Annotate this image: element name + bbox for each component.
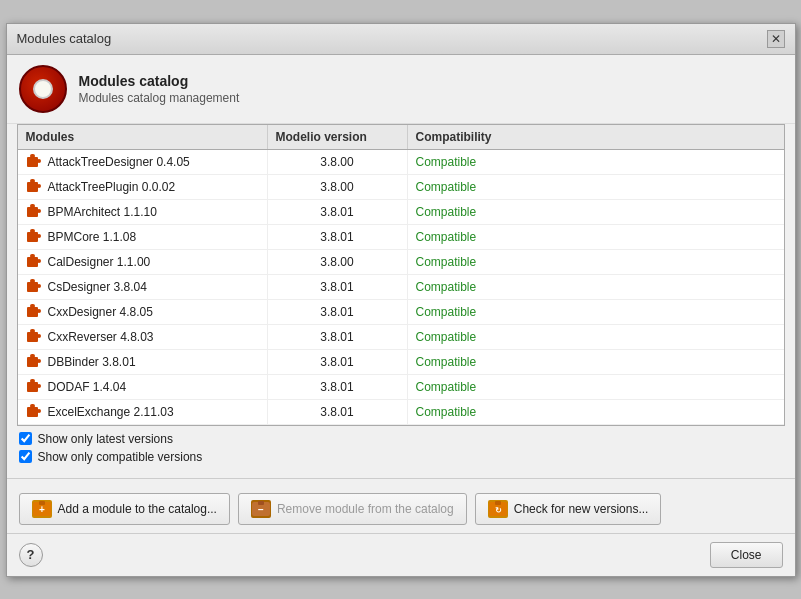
module-name: CalDesigner 1.1.00 xyxy=(48,255,151,269)
svg-rect-0 xyxy=(27,157,38,167)
svg-rect-8 xyxy=(27,207,38,217)
table-body[interactable]: AttackTreeDesigner 0.4.053.8.00Compatibl… xyxy=(18,150,784,425)
table-row[interactable]: AttackTreePlugin 0.0.023.8.00Compatible xyxy=(18,175,784,200)
svg-rect-13 xyxy=(30,229,35,233)
module-name: CsDesigner 3.8.04 xyxy=(48,280,147,294)
check-versions-icon: ↻ xyxy=(488,500,508,518)
table-row[interactable]: BPMCore 1.1.083.8.01Compatible xyxy=(18,225,784,250)
module-name-cell: CsDesigner 3.8.04 xyxy=(18,275,268,299)
help-button[interactable]: ? xyxy=(19,543,43,567)
module-name-cell: BPMArchitect 1.1.10 xyxy=(18,200,268,224)
svg-rect-2 xyxy=(37,159,41,163)
remove-module-icon: − xyxy=(251,500,271,518)
module-compatibility: Compatible xyxy=(408,175,784,199)
svg-rect-26 xyxy=(37,309,41,313)
module-name-cell: DBBinder 3.8.01 xyxy=(18,350,268,374)
table-row[interactable]: AttackTreeDesigner 0.4.053.8.00Compatibl… xyxy=(18,150,784,175)
add-module-label: Add a module to the catalog... xyxy=(58,502,217,516)
module-name: AttackTreePlugin 0.0.02 xyxy=(48,180,176,194)
header-title: Modules catalog xyxy=(79,73,240,89)
module-version: 3.8.01 xyxy=(268,325,408,349)
table-row[interactable]: BPMArchitect 1.1.103.8.01Compatible xyxy=(18,200,784,225)
module-name-cell: CalDesigner 1.1.00 xyxy=(18,250,268,274)
module-version: 3.8.01 xyxy=(268,400,408,424)
module-icon xyxy=(26,304,42,320)
module-icon xyxy=(26,154,42,170)
table-row[interactable]: CalDesigner 1.1.003.8.00Compatible xyxy=(18,250,784,275)
show-compatible-label[interactable]: Show only compatible versions xyxy=(38,450,203,464)
module-name-cell: AttackTreeDesigner 0.4.05 xyxy=(18,150,268,174)
action-buttons: + Add a module to the catalog... − Remov… xyxy=(7,485,795,533)
module-version: 3.8.01 xyxy=(268,200,408,224)
show-latest-checkbox[interactable] xyxy=(19,432,32,445)
module-compatibility: Compatible xyxy=(408,300,784,324)
table-row[interactable]: CxxReverser 4.8.033.8.01Compatible xyxy=(18,325,784,350)
module-compatibility: Compatible xyxy=(408,350,784,374)
table-row[interactable]: DODAF 1.4.043.8.01Compatible xyxy=(18,375,784,400)
module-compatibility: Compatible xyxy=(408,275,784,299)
modules-catalog-dialog: Modules catalog ✕ Modules catalog Module… xyxy=(6,23,796,577)
module-version: 3.8.01 xyxy=(268,375,408,399)
svg-rect-30 xyxy=(37,334,41,338)
module-icon xyxy=(26,204,42,220)
table-row[interactable]: CxxDesigner 4.8.053.8.01Compatible xyxy=(18,300,784,325)
window-close-button[interactable]: ✕ xyxy=(767,30,785,48)
show-compatible-row: Show only compatible versions xyxy=(19,450,783,464)
svg-rect-38 xyxy=(37,384,41,388)
title-bar: Modules catalog ✕ xyxy=(7,24,795,55)
module-compatibility: Compatible xyxy=(408,225,784,249)
module-name-cell: CxxReverser 4.8.03 xyxy=(18,325,268,349)
svg-rect-24 xyxy=(27,307,38,317)
module-version: 3.8.00 xyxy=(268,150,408,174)
table-row[interactable]: CsDesigner 3.8.043.8.01Compatible xyxy=(18,275,784,300)
module-name: BPMArchitect 1.1.10 xyxy=(48,205,157,219)
remove-module-button[interactable]: − Remove module from the catalog xyxy=(238,493,467,525)
svg-rect-18 xyxy=(37,259,41,263)
module-version: 3.8.00 xyxy=(268,175,408,199)
module-icon xyxy=(26,279,42,295)
dialog-title: Modules catalog xyxy=(17,31,112,46)
svg-rect-29 xyxy=(30,329,35,333)
module-compatibility: Compatible xyxy=(408,400,784,424)
col-compatibility: Compatibility xyxy=(408,125,784,149)
show-latest-label[interactable]: Show only latest versions xyxy=(38,432,173,446)
svg-rect-10 xyxy=(37,209,41,213)
svg-rect-41 xyxy=(30,404,35,408)
filter-options: Show only latest versions Show only comp… xyxy=(7,426,795,472)
module-name: AttackTreeDesigner 0.4.05 xyxy=(48,155,190,169)
module-compatibility: Compatible xyxy=(408,150,784,174)
table-row[interactable]: ExcelExchange 2.11.033.8.01Compatible xyxy=(18,400,784,425)
module-compatibility: Compatible xyxy=(408,325,784,349)
svg-rect-34 xyxy=(37,359,41,363)
svg-rect-25 xyxy=(30,304,35,308)
module-name: CxxReverser 4.8.03 xyxy=(48,330,154,344)
module-compatibility: Compatible xyxy=(408,250,784,274)
check-versions-button[interactable]: ↻ Check for new versions... xyxy=(475,493,662,525)
table-header: Modules Modelio version Compatibility xyxy=(18,125,784,150)
svg-rect-17 xyxy=(30,254,35,258)
module-icon xyxy=(26,379,42,395)
svg-rect-5 xyxy=(30,179,35,183)
close-dialog-button[interactable]: Close xyxy=(710,542,783,568)
module-icon xyxy=(26,229,42,245)
svg-rect-33 xyxy=(30,354,35,358)
module-name: ExcelExchange 2.11.03 xyxy=(48,405,174,419)
bottom-bar: ? Close xyxy=(7,533,795,576)
svg-text:−: − xyxy=(258,504,264,515)
add-module-button[interactable]: + Add a module to the catalog... xyxy=(19,493,230,525)
svg-text:+: + xyxy=(39,504,45,515)
module-icon xyxy=(26,254,42,270)
svg-rect-42 xyxy=(37,409,41,413)
module-name-cell: DODAF 1.4.04 xyxy=(18,375,268,399)
table-row[interactable]: DBBinder 3.8.013.8.01Compatible xyxy=(18,350,784,375)
header-subtitle: Modules catalog management xyxy=(79,91,240,105)
module-version: 3.8.01 xyxy=(268,300,408,324)
svg-rect-21 xyxy=(30,279,35,283)
svg-rect-16 xyxy=(27,257,38,267)
show-compatible-checkbox[interactable] xyxy=(19,450,32,463)
module-icon xyxy=(26,404,42,420)
svg-rect-14 xyxy=(37,234,41,238)
header-section: Modules catalog Modules catalog manageme… xyxy=(7,55,795,124)
svg-rect-22 xyxy=(37,284,41,288)
module-name: CxxDesigner 4.8.05 xyxy=(48,305,153,319)
